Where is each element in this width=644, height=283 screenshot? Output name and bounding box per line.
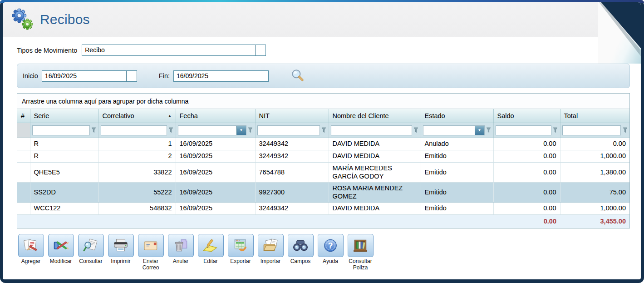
filter-funnel-icon[interactable]: [248, 127, 253, 133]
filter-nombre-input[interactable]: [331, 125, 412, 135]
movement-type-dropdown-button[interactable]: ▼: [255, 45, 265, 55]
cell-nit[interactable]: 9927300: [255, 182, 329, 202]
filter-saldo-input[interactable]: [496, 125, 551, 135]
cell-total[interactable]: 1,380.00: [560, 162, 629, 182]
search-button[interactable]: [289, 68, 307, 84]
filter-funnel-icon[interactable]: [622, 127, 628, 133]
imprimir-button[interactable]: Imprimir: [107, 234, 135, 265]
cell-rownum[interactable]: [17, 182, 30, 202]
filter-serie-input[interactable]: [32, 125, 90, 135]
chevron-down-icon: ▼: [478, 128, 482, 132]
cell-rownum[interactable]: [17, 138, 30, 150]
filter-fecha-dropdown-button[interactable]: ▼: [236, 126, 246, 135]
exportar-button[interactable]: Exportar: [226, 234, 255, 265]
cell-nombre[interactable]: DAVID MEDIDA: [329, 150, 421, 162]
cell-correlativo[interactable]: 55222: [98, 182, 176, 202]
cell-correlativo[interactable]: 2: [98, 150, 176, 162]
cell-serie[interactable]: R: [30, 138, 98, 150]
column-header-fecha[interactable]: Fecha: [176, 109, 255, 123]
filter-fecha-select[interactable]: ▼: [178, 125, 246, 135]
cell-rownum[interactable]: [17, 162, 30, 182]
cell-fecha[interactable]: 16/09/2025: [176, 202, 255, 214]
cell-serie[interactable]: QHE5E5: [30, 162, 98, 182]
column-header-serie[interactable]: Serie: [30, 109, 98, 123]
ayuda-button[interactable]: ? Ayuda: [316, 234, 344, 265]
cell-estado[interactable]: Emitido: [421, 202, 493, 214]
cell-serie[interactable]: R: [30, 150, 98, 162]
cell-total[interactable]: 1,000.00: [560, 202, 629, 214]
svg-text:?: ?: [328, 241, 333, 250]
start-date-picker[interactable]: 16/09/2025 ▼: [42, 70, 137, 82]
chevron-down-icon: ▼: [259, 48, 263, 52]
cell-saldo[interactable]: 0.00: [493, 182, 560, 202]
cell-nit[interactable]: 32449342: [255, 150, 329, 162]
column-header-correlativo[interactable]: Correlativo▲: [98, 109, 176, 123]
table-row[interactable]: R 2 16/09/2025 32449342 DAVID MEDIDA Emi…: [17, 150, 629, 162]
filter-funnel-icon[interactable]: [168, 127, 174, 133]
cell-nit[interactable]: 32449342: [255, 202, 329, 214]
consultar-poliza-button[interactable]: Consultar Poliza: [346, 234, 374, 271]
cell-estado[interactable]: Anulado: [421, 138, 493, 150]
cell-correlativo[interactable]: 33822: [98, 162, 176, 182]
cell-rownum[interactable]: [17, 202, 30, 214]
end-date-dropdown-button[interactable]: ▼: [258, 71, 268, 81]
cell-serie[interactable]: WCC122: [30, 202, 98, 214]
filter-funnel-icon[interactable]: [91, 127, 97, 133]
cell-nit[interactable]: 32449342: [255, 138, 329, 150]
agregar-button[interactable]: Agregar: [17, 234, 45, 265]
end-date-picker[interactable]: 16/09/2025 ▼: [173, 70, 269, 82]
cell-nit[interactable]: 7654788: [255, 162, 329, 182]
filter-nit-input[interactable]: [257, 125, 320, 135]
filter-estado-select[interactable]: ▼: [423, 125, 485, 135]
cell-fecha[interactable]: 16/09/2025: [176, 138, 255, 150]
filter-funnel-icon[interactable]: [486, 127, 492, 133]
cell-saldo[interactable]: 0.00: [493, 138, 560, 150]
table-row[interactable]: QHE5E5 33822 16/09/2025 7654788 MARÍA ME…: [17, 162, 629, 182]
table-row[interactable]: R 1 16/09/2025 32449342 DAVID MEDIDA Anu…: [17, 138, 629, 150]
cell-estado[interactable]: Emitido: [421, 162, 493, 182]
column-header-total[interactable]: Total: [560, 109, 629, 123]
group-by-panel[interactable]: Arrastre una columna aquí para agrupar p…: [17, 94, 629, 109]
filter-funnel-icon[interactable]: [321, 127, 327, 133]
cell-fecha[interactable]: 16/09/2025: [176, 162, 255, 182]
cell-saldo[interactable]: 0.00: [493, 162, 560, 182]
cell-serie[interactable]: SS2DD: [30, 182, 98, 202]
enviar-correo-button[interactable]: Enviar Correo: [137, 234, 165, 271]
filter-funnel-icon[interactable]: [553, 127, 558, 133]
column-header-nit[interactable]: NIT: [255, 109, 329, 123]
filter-funnel-icon[interactable]: [413, 127, 419, 133]
cell-nombre[interactable]: MARÍA MERCEDES GARCÍA GODOY: [329, 162, 421, 182]
editar-button[interactable]: Editar: [197, 234, 225, 265]
column-header-nombre[interactable]: Nombre del Cliente: [329, 109, 421, 123]
importar-button[interactable]: Importar: [256, 234, 285, 265]
cell-saldo[interactable]: 0.00: [493, 150, 560, 162]
cell-total[interactable]: 0.00: [560, 138, 629, 150]
modificar-button[interactable]: Modificar: [47, 234, 75, 265]
cell-saldo[interactable]: 0.00: [493, 202, 560, 214]
start-date-dropdown-button[interactable]: ▼: [126, 71, 137, 81]
anular-button[interactable]: Anular: [167, 234, 195, 265]
column-header-rownum[interactable]: #: [17, 109, 30, 123]
consultar-button[interactable]: Consultar: [77, 234, 105, 265]
column-header-saldo[interactable]: Saldo: [493, 109, 560, 123]
cell-correlativo[interactable]: 1: [98, 138, 176, 150]
cell-nombre[interactable]: ROSA MARIA MENDEZ GOMEZ: [329, 182, 421, 202]
cell-correlativo[interactable]: 548832: [98, 202, 176, 214]
filter-estado-dropdown-button[interactable]: ▼: [475, 126, 484, 135]
filter-correlativo-input[interactable]: [101, 125, 167, 135]
cell-fecha[interactable]: 16/09/2025: [176, 150, 255, 162]
column-header-estado[interactable]: Estado: [421, 109, 493, 123]
cell-nombre[interactable]: DAVID MEDIDA: [329, 202, 421, 214]
campos-button[interactable]: Campos: [286, 234, 315, 265]
cell-rownum[interactable]: [17, 150, 30, 162]
table-row-selected[interactable]: SS2DD 55222 16/09/2025 9927300 ROSA MARI…: [17, 182, 629, 202]
movement-type-select[interactable]: Recibo ▼: [82, 45, 266, 56]
filter-total-input[interactable]: [562, 125, 621, 135]
cell-nombre[interactable]: DAVID MEDIDA: [329, 138, 421, 150]
cell-estado[interactable]: Emitido: [421, 182, 493, 202]
cell-total[interactable]: 75.00: [560, 182, 629, 202]
table-row[interactable]: WCC122 548832 16/09/2025 32449342 DAVID …: [17, 202, 629, 214]
cell-total[interactable]: 1,000.00: [560, 150, 629, 162]
cell-estado[interactable]: Emitido: [421, 150, 493, 162]
cell-fecha[interactable]: 16/09/2025: [176, 182, 255, 202]
